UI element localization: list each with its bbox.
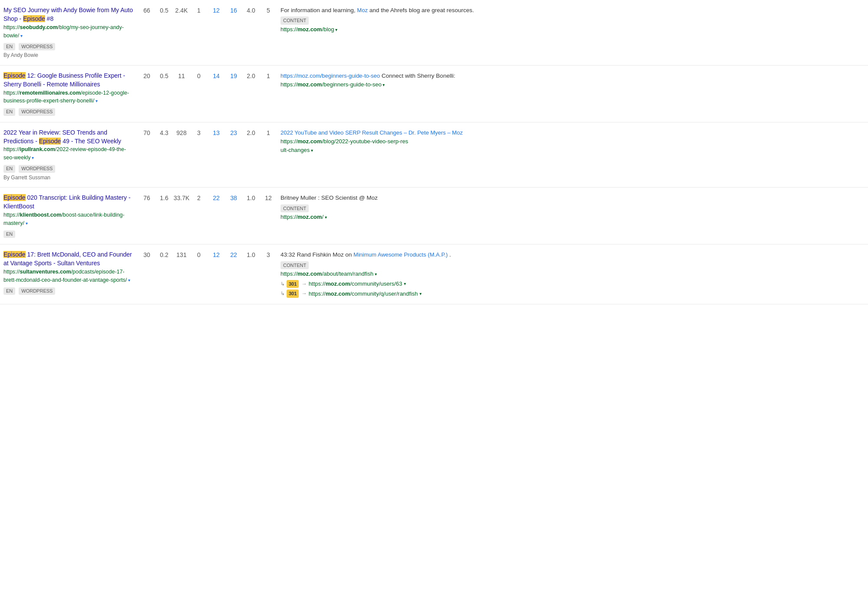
tag-badge: WORDPRESS [19,43,55,50]
redirect-arrow: → [301,280,307,288]
metric-cell-5: 19 [225,72,242,79]
metric-cell-6: 1.0 [242,194,260,201]
tag-badge: EN [3,165,15,172]
metric-cell-4: 13 [208,129,225,136]
result-title-link[interactable]: Episode 020 Transcript: Link Building Ma… [3,194,131,210]
snippet-column: https://moz.com/beginners-guide-to-seo C… [277,72,865,89]
redirect-badge: 301 [287,290,299,298]
tag-badge: WORDPRESS [19,165,55,172]
content-column: 2022 Year in Review: SEO Trends and Pred… [3,129,138,181]
redirect-dropdown-arrow[interactable]: ▾ [404,280,406,287]
tags-row: ENWORDPRESS [3,164,133,172]
result-green-link[interactable]: https://moz.com/beginners-guide-to-seo [281,81,382,88]
result-title-link[interactable]: 2022 Year in Review: SEO Trends and Pred… [3,129,121,145]
table-row: Episode 17: Brett McDonald, CEO and Foun… [0,244,868,304]
redirect-icon: ↳ [281,280,285,288]
result-green-link[interactable]: https://moz.com/blog/2022-youtube-video-… [281,138,408,153]
redirect-link[interactable]: https://moz.com/community/users/63 [309,280,402,288]
tags-row: ENWORDPRESS [3,42,133,50]
metric-cell-0: 76 [138,194,155,201]
metric-cell-3: 1 [190,6,208,14]
snippet-column: 43:32 Rand Fishkin Moz on Minimum Awesom… [277,251,865,298]
snippet-blue-link[interactable]: https://moz.com/beginners-guide-to-seo [281,73,380,79]
content-badge: CONTENT [281,16,309,25]
result-green-link[interactable]: https://moz.com/about/team/randfish [281,270,373,277]
metric-cell-0: 70 [138,129,155,136]
author-label: By Garrett Sussman [3,174,133,181]
metric-cell-1: 4.3 [155,129,173,136]
metric-cell-7: 12 [260,194,277,201]
green-dropdown-arrow[interactable]: ▾ [323,215,327,220]
result-title-link[interactable]: Episode 12: Google Business Profile Expe… [3,72,125,88]
tag-badge: EN [3,108,15,115]
metric-cell-2: 131 [173,251,190,258]
url-dropdown-arrow[interactable]: ▾ [31,155,34,160]
redirect-line: ↳301→https://moz.com/community/q/user/ra… [281,290,865,298]
snippet-blue-link[interactable]: 2022 YouTube and Video SERP Result Chang… [281,129,463,136]
tag-badge: EN [3,231,15,238]
metric-cell-4: 22 [208,194,225,201]
metric-cell-3: 0 [190,251,208,258]
table-row: Episode 12: Google Business Profile Expe… [0,66,868,122]
author-label: By Andy Bowie [3,52,133,59]
metric-cell-0: 30 [138,251,155,258]
content-badge: CONTENT [281,204,309,213]
metric-cell-5: 22 [225,251,242,258]
redirect-dropdown-arrow[interactable]: ▾ [419,290,422,297]
metric-cell-3: 2 [190,194,208,201]
result-green-link[interactable]: https://moz.com/ [281,214,323,220]
metric-cell-5: 38 [225,194,242,201]
url-dropdown-arrow[interactable]: ▾ [24,221,28,226]
green-dropdown-arrow[interactable]: ▾ [310,148,313,153]
metric-cell-2: 33.7K [173,194,190,201]
tags-row: EN [3,229,133,238]
snippet-column: Britney Muller : SEO Scientist @ MozCONT… [277,194,865,221]
green-dropdown-arrow[interactable]: ▾ [382,82,385,87]
green-dropdown-arrow[interactable]: ▾ [334,27,338,32]
result-green-link[interactable]: https://moz.com/blog [281,26,334,33]
tag-badge: WORDPRESS [19,287,55,295]
snippet-blue-link[interactable]: Moz [357,7,368,13]
metric-cell-4: 12 [208,6,225,14]
content-column: Episode 12: Google Business Profile Expe… [3,72,138,116]
redirect-link[interactable]: https://moz.com/community/q/user/randfis… [309,290,418,298]
url-dropdown-arrow[interactable]: ▾ [127,278,130,283]
metric-cell-4: 12 [208,251,225,258]
metric-cell-4: 14 [208,72,225,79]
url-dropdown-arrow[interactable]: ▾ [19,33,23,38]
metric-cell-1: 1.6 [155,194,173,201]
content-column: Episode 17: Brett McDonald, CEO and Foun… [3,251,138,295]
result-title-link[interactable]: Episode 17: Brett McDonald, CEO and Foun… [3,251,132,267]
tags-row: ENWORDPRESS [3,286,133,295]
metric-cell-6: 2.0 [242,72,260,79]
tags-row: ENWORDPRESS [3,107,133,115]
redirect-badge: 301 [287,280,299,288]
metric-cell-2: 2.4K [173,6,190,14]
redirect-line: ↳301→https://moz.com/community/users/63 … [281,280,865,288]
content-badge: CONTENT [281,261,309,270]
result-url-link[interactable]: https://remotemillionaires.com/episode-1… [3,90,129,104]
metric-cell-3: 3 [190,129,208,136]
result-url-link[interactable]: https://ipullrank.com/2022-review-episod… [3,146,126,161]
content-column: My SEO Journey with Andy Bowie from My A… [3,6,138,59]
url-dropdown-arrow[interactable]: ▾ [94,99,98,103]
snippet-column: For information and learning, Moz and th… [277,6,865,34]
metric-cell-5: 23 [225,129,242,136]
result-url-link[interactable]: https://sultanventures.com/podcasts/epis… [3,269,127,283]
redirect-icon: ↳ [281,290,285,297]
snippet-blue-link[interactable]: Minimum Awesome Products (M.A.P.) [353,251,448,258]
result-title-link[interactable]: My SEO Journey with Andy Bowie from My A… [3,7,133,22]
table-row: 2022 Year in Review: SEO Trends and Pred… [0,122,868,188]
metric-cell-7: 1 [260,129,277,136]
metric-cell-1: 0.2 [155,251,173,258]
metric-cell-5: 16 [225,6,242,14]
metric-cell-2: 11 [173,72,190,79]
metric-cell-7: 3 [260,251,277,258]
metric-cell-3: 0 [190,72,208,79]
tag-badge: EN [3,287,15,295]
snippet-column: 2022 YouTube and Video SERP Result Chang… [277,129,865,155]
redirect-arrow: → [301,290,307,298]
result-url-link[interactable]: https://klientboost.com/boost-sauce/link… [3,212,125,226]
green-dropdown-arrow[interactable]: ▾ [373,272,377,277]
table-row: My SEO Journey with Andy Bowie from My A… [0,0,868,66]
